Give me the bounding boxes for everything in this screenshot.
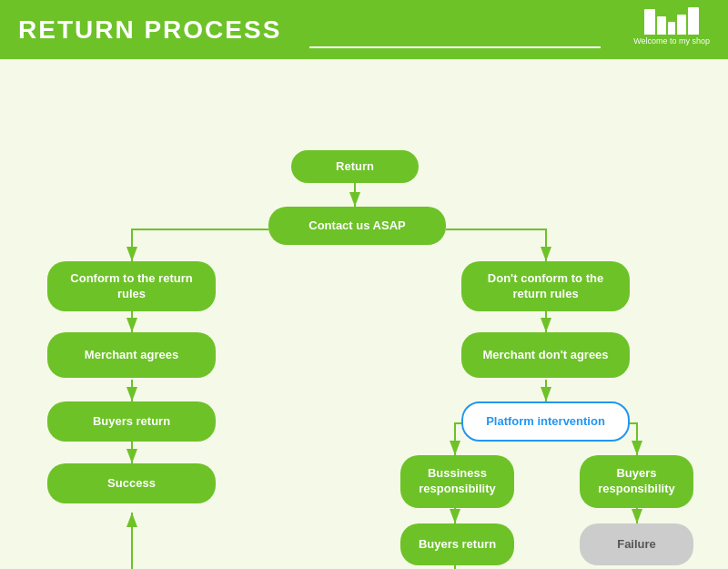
merchant-agrees-node: Merchant agrees bbox=[47, 332, 216, 378]
contact-node: Contact us ASAP bbox=[268, 207, 446, 245]
header-title: RETURN PROCESS bbox=[18, 15, 281, 45]
conform-node: Conform to the return rules bbox=[47, 261, 216, 311]
bussiness-resp-node: Bussiness responsibility bbox=[400, 455, 514, 508]
buyers-return-right-node: Buyers return bbox=[400, 523, 514, 565]
buyers-resp-node: Buyers responsibility bbox=[580, 455, 693, 508]
header-logo: Welcome to my shop bbox=[633, 7, 710, 46]
platform-node[interactable]: Platform intervention bbox=[461, 401, 630, 442]
diagram: Return Contact us ASAP Conform to the re… bbox=[0, 59, 728, 569]
header: RETURN PROCESS Welcome to my shop bbox=[0, 0, 728, 59]
buyers-return-left-node: Buyers return bbox=[47, 401, 216, 442]
logo-text: Welcome to my shop bbox=[633, 36, 710, 46]
failure-node: Failure bbox=[580, 523, 693, 565]
success-node: Success bbox=[47, 463, 216, 503]
merchant-dont-node: Merchant don't agrees bbox=[461, 332, 630, 378]
dont-conform-node: Don't conform to the return rules bbox=[461, 261, 630, 311]
return-node: Return bbox=[291, 150, 419, 183]
